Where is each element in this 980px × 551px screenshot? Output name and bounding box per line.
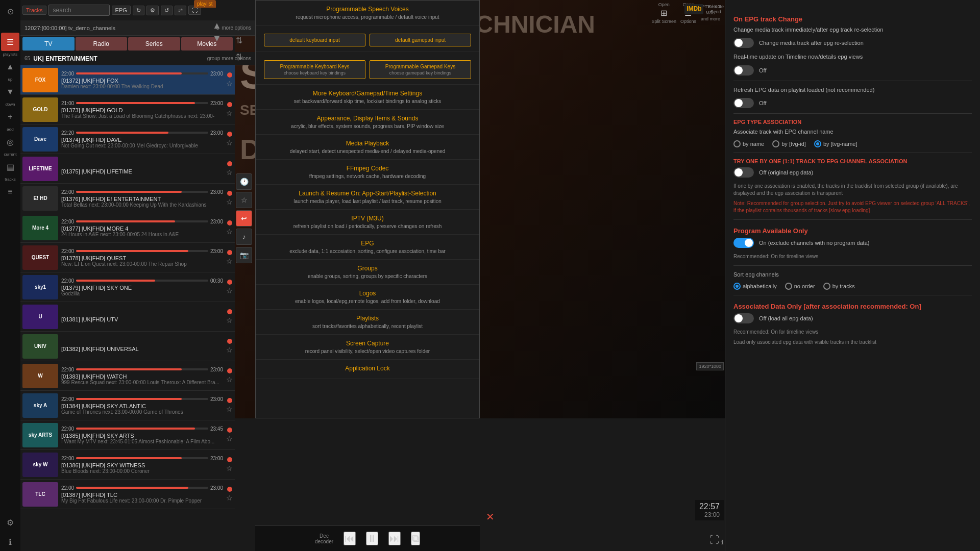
record-button[interactable] [227,309,232,314]
favorite-button[interactable]: ☆ [226,346,233,354]
toggle-one-by-one[interactable] [733,167,754,178]
info-icon[interactable]: ℹ [721,539,724,546]
settings-item[interactable]: default keyboard input default gamepad i… [256,26,479,52]
tab-radio[interactable]: Radio [76,37,128,51]
settings-sub-btn-right[interactable]: default gamepad input [370,34,471,46]
settings-item[interactable]: FFmpeg Codec ffmpeg settings, network ca… [256,160,479,185]
record-button[interactable] [227,457,232,462]
epg-button[interactable]: EPG [112,6,131,15]
settings-sub-btn-left[interactable]: Programmable Keyboard Keys choose keyboa… [264,60,365,79]
favorite-button[interactable]: ☆ [226,168,233,177]
sidebar-down-icon[interactable]: ▼ [1,83,19,101]
pip-btn[interactable]: ⧉ [411,532,420,545]
settings-sub-btn-left[interactable]: default keyboard input [264,34,365,46]
settings-item[interactable]: IPTV (M3U) refresh playlist on load / pe… [256,210,479,235]
record-button[interactable] [227,487,232,492]
record-button[interactable] [227,132,232,137]
sync-button[interactable]: ↺ [161,6,173,15]
toggle-media-track[interactable] [733,38,754,48]
settings-item[interactable]: Application Lock [256,360,479,379]
settings-sub-btn-right[interactable]: Programmable Gamepad Keys choose gamepad… [370,60,471,79]
sidebar-info-icon[interactable]: ℹ [1,533,19,551]
favorite-button[interactable]: ☆ [226,316,233,324]
toggle-refresh-epg[interactable] [733,98,754,108]
record-button[interactable] [227,428,232,433]
side-nav-back[interactable]: ↩ [236,210,252,227]
sidebar-playlists-icon[interactable]: ☰ [1,33,19,51]
favorite-button[interactable]: ☆ [226,257,233,265]
sidebar-settings-icon[interactable]: ⚙ [1,513,19,532]
channel-item[interactable]: W 22:00 23:00 [01383] |UK|FHD| WATCH 999… [20,361,235,391]
favorite-button[interactable]: ☆ [226,228,233,236]
side-nav-clock[interactable]: 🕐 [236,173,252,190]
tab-series[interactable]: Series [128,37,180,51]
settings-item[interactable]: Playlists sort tracks/favorites alphabet… [256,310,479,335]
imdb-badge[interactable]: IMDb [684,4,703,14]
favorite-button[interactable]: ☆ [226,435,233,443]
favorite-button[interactable]: ☆ [226,109,233,117]
record-button[interactable] [227,368,232,373]
settings-button[interactable]: ⚙ [146,6,159,15]
tab-tv[interactable]: TV [22,37,75,51]
settings-item[interactable]: Media Playback delayed start, detect une… [256,135,479,160]
playlist-tab[interactable]: playlist [194,0,216,8]
sidebar-tracks-icon[interactable]: ▤ [1,158,19,176]
playlist-down-btn[interactable]: ▼ [212,33,222,44]
epg-type-option-1[interactable]: by [tvg-id] [772,140,806,147]
settings-item[interactable]: Launch & Resume On: App-Start/Playlist-S… [256,185,479,210]
record-button[interactable] [227,102,232,107]
channel-item[interactable]: GOLD 21:00 23:00 [01373] |UK|FHD| GOLD T… [20,95,235,124]
channel-item[interactable]: UNIV [01382] |UK|FHD| UNIVERSAL ☆ [20,332,235,361]
channel-item[interactable]: E! HD 22:00 23:00 [01376] |UK|FHD| E! EN… [20,184,235,213]
shuffle-button[interactable]: ⇌ [175,6,186,15]
channel-item[interactable]: sky ARTS 22:00 23:45 [01385] |UK|FHD| SK… [20,420,235,450]
favorite-button[interactable]: ☆ [226,464,233,472]
record-button[interactable] [227,191,232,196]
search-input[interactable] [48,5,110,16]
split-screen-panel[interactable]: Open ⊞ Split Screen [651,2,676,24]
sidebar-home-icon[interactable]: ⊙ [1,2,19,20]
favorite-button[interactable]: ☆ [226,139,233,147]
remote-send-btn[interactable]: Remote Send [707,4,724,14]
sidebar-add-icon[interactable]: + [1,108,19,126]
next-track-btn[interactable]: ⏭ [388,532,401,545]
sort-epg-option-2[interactable]: by tracks [823,283,855,290]
side-nav-camera[interactable]: 📷 [236,247,252,263]
channel-item[interactable]: Dave 22:20 23:00 [01374] |UK|FHD| DAVE N… [20,124,235,154]
record-button[interactable] [227,339,232,344]
record-button[interactable] [227,250,232,255]
settings-item[interactable]: Programmable Speech Voices request micro… [256,1,479,26]
channel-item[interactable]: FOX 22:00 23:00 [01372] |UK|FHD| FOX Dam… [20,65,235,95]
fullscreen-btn[interactable]: ⛶ [709,534,720,546]
side-nav-star[interactable]: ☆ [236,192,252,208]
epg-type-option-0[interactable]: by name [733,140,764,147]
refresh-button[interactable]: ↻ [133,6,144,15]
close-settings-btn[interactable]: ✕ [486,511,495,523]
record-button[interactable] [227,280,232,285]
favorite-button[interactable]: ☆ [226,494,233,502]
toggle-realtime[interactable] [733,65,754,76]
channel-item[interactable]: sky A 22:00 23:00 [01384] |UK|FHD| SKY A… [20,391,235,420]
sidebar-current-icon[interactable]: ◎ [1,133,19,151]
tab-movies[interactable]: Movies [181,37,233,51]
sort-epg-option-0[interactable]: alphabetically [733,283,777,290]
settings-item[interactable]: EPG exclude data, 1:1 accosiation, sorti… [256,235,479,260]
epg-type-option-2[interactable]: by [tvg-name] [814,140,857,147]
play-pause-btn[interactable]: ⏸ [366,532,378,545]
group-more-options[interactable]: group more options [207,56,251,61]
settings-item[interactable]: Appearance, Display Items & Sounds acryl… [256,110,479,135]
playlist-up-btn[interactable]: ▲ [212,20,222,31]
channel-item[interactable]: QUEST 22:00 23:00 [01378] |UK|FHD| QUEST… [20,243,235,272]
favorite-button[interactable]: ☆ [226,198,233,206]
channel-item[interactable]: sky1 22:00 00:30 [01379] |UK|FHD| SKY ON… [20,272,235,302]
settings-item[interactable]: Screen Capture record panel visibility, … [256,335,479,360]
tracks-button[interactable]: Tracks [22,6,46,15]
group-sort-btn[interactable]: ⇅ [236,52,242,62]
sort-epg-option-1[interactable]: no order [785,283,815,290]
favorite-button[interactable]: ☆ [226,405,233,413]
channel-item[interactable]: U [01381] |UK|FHD| UTV ☆ [20,302,235,332]
favorite-button[interactable]: ☆ [226,375,233,384]
channel-item[interactable]: LIFETIME [01375] |UK|FHD| LIFETIME ☆ [20,154,235,184]
channel-item[interactable]: TLC 22:00 23:00 [01387] |UK|FHD| TLC My … [20,480,235,509]
channel-item[interactable]: More 4 22:00 23:00 [01377] |UK|FHD| MORE… [20,213,235,243]
